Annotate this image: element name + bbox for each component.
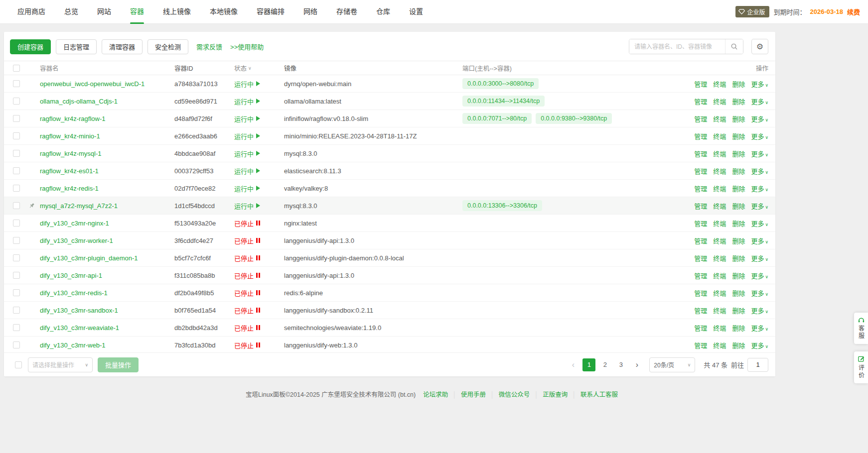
- container-name-link[interactable]: ragflow_kr4z-ragflow-1: [40, 115, 106, 122]
- nav-item-10[interactable]: 仓库: [367, 0, 400, 24]
- terminal-action[interactable]: 终端: [713, 236, 726, 245]
- play-icon[interactable]: [256, 116, 260, 121]
- feedback-link[interactable]: 需求反馈: [196, 42, 222, 51]
- search-input[interactable]: [629, 39, 725, 54]
- terminal-action[interactable]: 终端: [713, 166, 726, 176]
- container-name-link[interactable]: dify_v130_c3mr-weaviate-1: [40, 324, 119, 332]
- goto-page-input[interactable]: [747, 358, 768, 372]
- nav-item-9[interactable]: 存储卷: [327, 0, 367, 24]
- manage-action[interactable]: 管理: [694, 323, 707, 333]
- more-action[interactable]: 更多∨: [751, 131, 768, 141]
- page-size-select[interactable]: 20条/页 ∨: [649, 357, 695, 372]
- play-icon[interactable]: [256, 186, 260, 191]
- delete-action[interactable]: 删除: [732, 201, 745, 211]
- security-check-button[interactable]: 安全检测: [147, 39, 188, 54]
- customer-service-widget[interactable]: 客服: [854, 313, 868, 344]
- row-checkbox[interactable]: [13, 272, 20, 279]
- more-action[interactable]: 更多∨: [751, 97, 768, 106]
- prev-page-button[interactable]: ‹: [567, 358, 579, 371]
- pause-icon[interactable]: [256, 238, 260, 243]
- delete-action[interactable]: 删除: [732, 166, 745, 176]
- manage-action[interactable]: 管理: [694, 236, 707, 245]
- terminal-action[interactable]: 终端: [713, 184, 726, 193]
- delete-action[interactable]: 删除: [732, 340, 745, 350]
- pause-icon[interactable]: [256, 290, 260, 295]
- footer-link-5[interactable]: 联系人工客服: [580, 391, 618, 398]
- more-action[interactable]: 更多∨: [751, 253, 768, 263]
- terminal-action[interactable]: 终端: [713, 271, 726, 280]
- manage-action[interactable]: 管理: [694, 79, 707, 89]
- manage-action[interactable]: 管理: [694, 201, 707, 211]
- row-checkbox[interactable]: [13, 80, 20, 87]
- pause-icon[interactable]: [256, 273, 260, 278]
- more-action[interactable]: 更多∨: [751, 271, 768, 280]
- container-name-link[interactable]: ragflow_kr4z-mysql-1: [40, 150, 102, 157]
- nav-item-8[interactable]: 网络: [294, 0, 327, 24]
- terminal-action[interactable]: 终端: [713, 131, 726, 141]
- delete-action[interactable]: 删除: [732, 219, 745, 228]
- delete-action[interactable]: 删除: [732, 306, 745, 315]
- container-name-link[interactable]: ragflow_kr4z-minio-1: [40, 132, 100, 140]
- create-container-button[interactable]: 创建容器: [10, 39, 51, 54]
- more-action[interactable]: 更多∨: [751, 288, 768, 298]
- row-checkbox[interactable]: [13, 254, 20, 261]
- batch-action-select[interactable]: 请选择批量操作 ∨: [28, 357, 93, 372]
- row-checkbox[interactable]: [13, 307, 20, 314]
- terminal-action[interactable]: 终端: [713, 306, 726, 315]
- delete-action[interactable]: 删除: [732, 184, 745, 193]
- pause-icon[interactable]: [256, 221, 260, 226]
- more-action[interactable]: 更多∨: [751, 79, 768, 89]
- terminal-action[interactable]: 终端: [713, 79, 726, 89]
- play-icon[interactable]: [256, 168, 260, 173]
- pause-icon[interactable]: [256, 342, 260, 347]
- manage-action[interactable]: 管理: [694, 288, 707, 298]
- delete-action[interactable]: 删除: [732, 131, 745, 141]
- more-action[interactable]: 更多∨: [751, 201, 768, 211]
- manage-action[interactable]: 管理: [694, 184, 707, 193]
- footer-link-2[interactable]: 使用手册: [461, 391, 486, 398]
- more-action[interactable]: 更多∨: [751, 306, 768, 315]
- pause-icon[interactable]: [256, 308, 260, 313]
- nav-item-7[interactable]: 容器编排: [247, 0, 294, 24]
- row-checkbox[interactable]: [13, 98, 20, 105]
- terminal-action[interactable]: 终端: [713, 340, 726, 350]
- terminal-action[interactable]: 终端: [713, 201, 726, 211]
- log-manage-button[interactable]: 日志管理: [56, 39, 97, 54]
- row-checkbox[interactable]: [13, 167, 20, 174]
- container-name-link[interactable]: ragflow_kr4z-es01-1: [40, 167, 99, 175]
- row-checkbox[interactable]: [13, 220, 20, 226]
- pause-icon[interactable]: [256, 255, 260, 260]
- container-name-link[interactable]: dify_v130_c3mr-api-1: [40, 272, 102, 279]
- more-action[interactable]: 更多∨: [751, 184, 768, 193]
- terminal-action[interactable]: 终端: [713, 323, 726, 333]
- more-action[interactable]: 更多∨: [751, 149, 768, 158]
- manage-action[interactable]: 管理: [694, 271, 707, 280]
- play-icon[interactable]: [256, 99, 260, 104]
- delete-action[interactable]: 删除: [732, 323, 745, 333]
- more-action[interactable]: 更多∨: [751, 340, 768, 350]
- manage-action[interactable]: 管理: [694, 166, 707, 176]
- page-button-2[interactable]: 2: [598, 358, 611, 371]
- nav-item-2[interactable]: 总览: [55, 0, 88, 24]
- terminal-action[interactable]: 终端: [713, 288, 726, 298]
- container-name-link[interactable]: dify_v130_c3mr-redis-1: [40, 289, 108, 297]
- delete-action[interactable]: 删除: [732, 288, 745, 298]
- container-name-link[interactable]: dify_v130_c3mr-plugin_daemon-1: [40, 254, 138, 262]
- container-name-link[interactable]: dify_v130_c3mr-web-1: [40, 341, 106, 349]
- play-icon[interactable]: [256, 133, 260, 138]
- container-name-link[interactable]: openwebui_iwcd-openwebui_iwcD-1: [40, 80, 145, 88]
- delete-action[interactable]: 删除: [732, 253, 745, 263]
- delete-action[interactable]: 删除: [732, 149, 745, 158]
- search-button[interactable]: [725, 39, 743, 54]
- row-checkbox[interactable]: [13, 150, 20, 157]
- more-action[interactable]: 更多∨: [751, 166, 768, 176]
- more-action[interactable]: 更多∨: [751, 114, 768, 123]
- more-action[interactable]: 更多∨: [751, 323, 768, 333]
- page-button-1[interactable]: 1: [582, 358, 595, 371]
- more-action[interactable]: 更多∨: [751, 219, 768, 228]
- delete-action[interactable]: 删除: [732, 236, 745, 245]
- footer-link-1[interactable]: 论坛求助: [423, 391, 448, 398]
- terminal-action[interactable]: 终端: [713, 97, 726, 106]
- settings-button[interactable]: ⚙: [751, 39, 768, 54]
- row-checkbox[interactable]: [13, 289, 20, 296]
